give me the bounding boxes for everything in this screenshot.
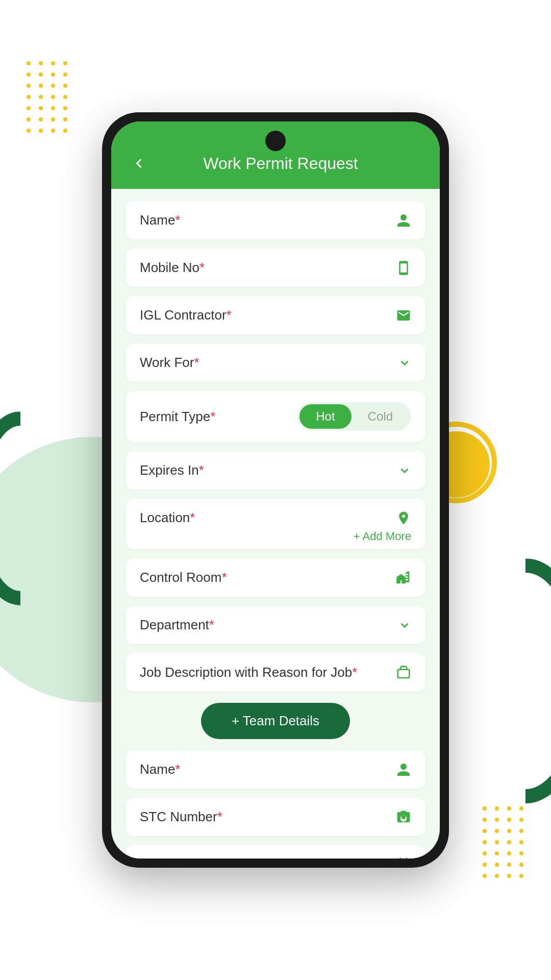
location-field[interactable]: Location* + Add More [126, 499, 425, 549]
department-chevron-icon [398, 619, 411, 632]
cold-toggle-button[interactable]: Cold [352, 404, 409, 429]
team-details-button[interactable]: + Team Details [201, 703, 350, 739]
page-title: Work Permit Request [160, 154, 401, 173]
permit-start-date-field[interactable]: Permit Start Date* [126, 845, 425, 859]
calendar-start-icon [396, 857, 411, 859]
work-for-field[interactable]: Work For* [126, 344, 425, 382]
camera-icon [396, 810, 411, 825]
igl-contractor-field[interactable]: IGL Contractor* [126, 296, 425, 334]
control-room-label: Control Room* [140, 570, 227, 585]
work-for-label: Work For* [140, 355, 199, 371]
expires-in-field[interactable]: Expires In* [126, 451, 425, 489]
location-row: Location* [140, 510, 411, 526]
name-label: Name* [140, 212, 180, 228]
email-icon [396, 308, 411, 323]
name-required: * [175, 212, 180, 228]
stc-number-field[interactable]: STC Number* [126, 798, 425, 836]
job-description-label: Job Description with Reason for Job* [140, 665, 357, 680]
work-for-chevron-icon [398, 356, 411, 370]
job-description-field[interactable]: Job Description with Reason for Job* [126, 653, 425, 692]
permit-type-field: Permit Type* Hot Cold [126, 391, 425, 442]
permit-start-date-label: Permit Start Date* [140, 856, 247, 859]
team-name-label: Name* [140, 762, 180, 777]
deco-arc-right-bottom [459, 558, 551, 803]
control-room-field[interactable]: Control Room* [126, 558, 425, 597]
mobile-field[interactable]: Mobile No* [126, 249, 425, 287]
expires-in-label: Expires In* [140, 462, 204, 478]
building-icon [396, 570, 411, 585]
mobile-label: Mobile No* [140, 260, 205, 276]
phone-device: Work Permit Request Name* Mobile No* [102, 112, 449, 868]
location-icon [396, 510, 411, 526]
location-label: Location* [140, 510, 195, 526]
person-icon [396, 213, 411, 228]
team-person-icon [396, 762, 411, 777]
department-field[interactable]: Department* [126, 606, 425, 644]
department-label: Department* [140, 617, 214, 633]
permit-type-label: Permit Type* [140, 409, 215, 425]
expires-in-chevron-icon [398, 464, 411, 477]
stc-number-label: STC Number* [140, 809, 222, 825]
form-content: Name* Mobile No* [111, 189, 440, 859]
phone-screen: Work Permit Request Name* Mobile No* [111, 121, 440, 859]
phone-notch [265, 131, 286, 151]
hot-toggle-button[interactable]: Hot [299, 404, 351, 429]
phone-icon [396, 260, 411, 276]
briefcase-icon [396, 665, 411, 680]
dots-right [483, 806, 524, 878]
dots-left [27, 61, 68, 133]
team-name-field[interactable]: Name* [126, 750, 425, 789]
page-wrapper: Work Permit Request Name* Mobile No* [0, 0, 551, 980]
add-more-button[interactable]: + Add More [140, 530, 411, 543]
team-details-wrapper: + Team Details [126, 703, 425, 739]
back-button[interactable] [128, 152, 150, 175]
name-field[interactable]: Name* [126, 201, 425, 239]
igl-label: IGL Contractor* [140, 307, 232, 323]
permit-type-toggle[interactable]: Hot Cold [297, 402, 411, 431]
